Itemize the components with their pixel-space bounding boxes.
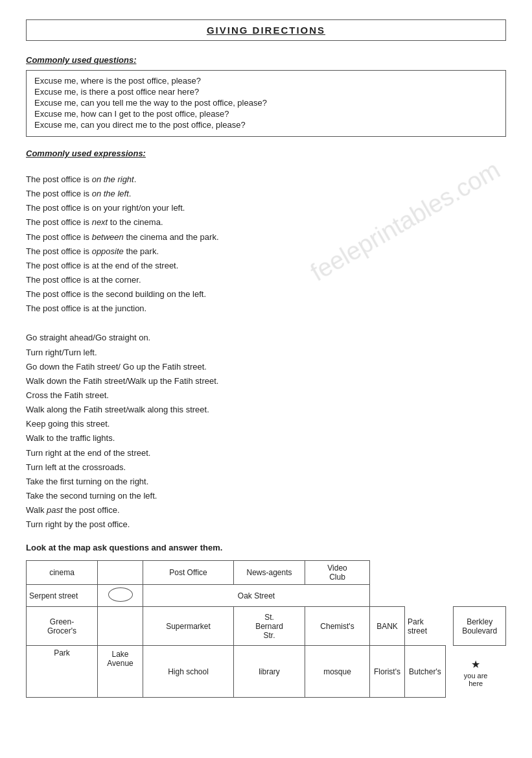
dir-6: Walk along the Fatih street/walk along t… (26, 403, 506, 416)
cell-florists: Florist's (370, 646, 405, 698)
dir-10: Turn left at the crossroads. (26, 461, 506, 474)
cell-chemists: Chemist's (305, 607, 370, 646)
dir-7: Keep going this street. (26, 418, 506, 431)
question-5: Excuse me, can you direct me to the post… (34, 120, 498, 130)
cell-empty-bottom (498, 646, 505, 698)
cell-butchers: Butcher's (404, 646, 445, 698)
expr-5: The post office is between the cinema an… (26, 231, 506, 244)
cell-empty-star-left (445, 646, 454, 698)
expr-2: The post office is on the left. (26, 187, 506, 200)
cell-high-school: High school (143, 646, 234, 698)
page-title: GIVING DIRECTIONS (26, 19, 506, 41)
dir-14: Turn right by the post office. (26, 518, 506, 531)
cell-serpent-street: Serpent street (27, 585, 98, 607)
dir-3: Go down the Fatih street/ Go up the Fati… (26, 361, 506, 373)
dir-4: Walk down the Fatih street/Walk up the F… (26, 375, 506, 388)
cell-empty-park (445, 607, 454, 646)
map-container: cinema Post Office News-agents VideoClub… (26, 560, 506, 698)
cell-post-office: Post Office (143, 561, 234, 585)
cell-berkley: Berkley Boulevard (454, 607, 506, 646)
cell-cinema: cinema (27, 561, 98, 585)
dir-1: Go straight ahead/Go straight on. (26, 331, 506, 344)
question-3: Excuse me, can you tell me the way to th… (34, 98, 498, 108)
cell-mosque: mosque (305, 646, 370, 698)
star-icon: ★ (457, 658, 494, 670)
questions-box: Excuse me, where is the post office, ple… (26, 70, 506, 137)
dir-13: Walk past the post office. (26, 504, 506, 517)
expr-8: The post office is at the corner. (26, 274, 506, 287)
you-are-here: you are here (457, 672, 494, 687)
expr-6: The post office is opposite the park. (26, 245, 506, 258)
expr-4: The post office is next to the cinema. (26, 216, 506, 229)
expressions-section: Commonly used expressions: The post offi… (26, 148, 506, 315)
cell-library: library (234, 646, 305, 698)
cell-news-agents: News-agents (234, 561, 305, 585)
cell-st-bernard: St.BernardStr. (234, 607, 305, 646)
expressions-header: Commonly used expressions: (26, 148, 506, 158)
cell-park: Park (27, 646, 98, 698)
expr-9: The post office is the second building o… (26, 288, 506, 301)
cell-star: ★ you are here (454, 646, 498, 698)
cell-green-grocer: Green-Grocer's (27, 607, 98, 646)
dir-11: Take the first turning on the right. (26, 475, 506, 488)
question-2: Excuse me, is there a post office near h… (34, 87, 498, 97)
expr-1: The post office is on the right. (26, 173, 506, 186)
dir-12: Take the second turning on the left. (26, 490, 506, 503)
dir-8: Walk to the traffic lights. (26, 432, 506, 445)
cell-supermarket: Supermarket (143, 607, 234, 646)
cell-lake-avenue: LakeAvenue (98, 646, 143, 698)
question-1: Excuse me, where is the post office, ple… (34, 76, 498, 86)
directions-section: Go straight ahead/Go straight on. Turn r… (26, 331, 506, 531)
dir-5: Cross the Fatih street. (26, 389, 506, 402)
cell-oak-street: Oak Street (143, 585, 370, 607)
cell-empty-r1 (98, 561, 143, 585)
cell-oval (98, 585, 143, 607)
question-4: Excuse me, how can I get to the post off… (34, 109, 498, 119)
expr-10: The post office is at the junction. (26, 302, 506, 315)
dir-2: Turn right/Turn left. (26, 346, 506, 359)
cell-empty-r2 (98, 607, 143, 646)
oval-shape (108, 587, 133, 602)
cell-bank: BANK (370, 607, 405, 646)
questions-header: Commonly used questions: (26, 55, 506, 65)
cell-video-club: VideoClub (305, 561, 370, 585)
dir-9: Turn right at the end of the street. (26, 447, 506, 460)
expr-3: The post office is on your right/on your… (26, 202, 506, 215)
cell-park-street: Park street (404, 607, 445, 646)
expr-7: The post office is at the end of the str… (26, 259, 506, 272)
map-instruction: Look at the map ask questions and answer… (26, 543, 506, 552)
map-table: cinema Post Office News-agents VideoClub… (26, 560, 506, 698)
